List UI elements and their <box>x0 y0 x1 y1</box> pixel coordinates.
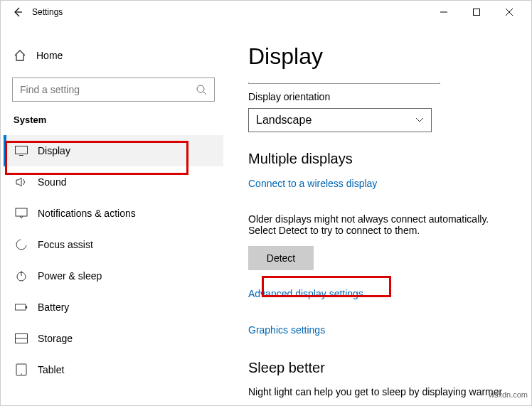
home-label: Home <box>36 50 63 61</box>
nav-label: Focus assist <box>38 239 93 250</box>
svg-rect-12 <box>26 306 27 309</box>
tablet-icon <box>15 363 28 376</box>
nav-label: Tablet <box>38 364 64 375</box>
home-nav[interactable]: Home <box>4 41 223 70</box>
detect-text: Older displays might not always connect … <box>248 213 504 236</box>
sidebar: Home System Display Sound <box>1 23 227 405</box>
orientation-label: Display orientation <box>248 91 518 102</box>
nav-label: Notifications & actions <box>38 208 136 219</box>
nav-tablet[interactable]: Tablet <box>4 354 223 385</box>
svg-point-16 <box>21 373 22 375</box>
window-title: Settings <box>32 7 63 17</box>
home-icon <box>14 49 26 62</box>
svg-rect-8 <box>16 208 27 216</box>
sound-icon <box>15 176 28 188</box>
svg-rect-11 <box>15 304 25 310</box>
sleep-text: Night light can help you get to sleep by… <box>248 386 504 397</box>
search-input[interactable] <box>12 78 215 102</box>
nav-label: Display <box>38 145 70 156</box>
search-field[interactable] <box>20 84 196 95</box>
orientation-dropdown[interactable]: Landscape <box>248 108 432 132</box>
wireless-display-link[interactable]: Connect to a wireless display <box>248 178 377 189</box>
power-icon <box>15 269 28 282</box>
nav-battery[interactable]: Battery <box>4 292 223 323</box>
nav-power-sleep[interactable]: Power & sleep <box>4 260 223 292</box>
advanced-display-link[interactable]: Advanced display settings <box>248 288 363 299</box>
nav-sound[interactable]: Sound <box>4 166 223 198</box>
nav-display[interactable]: Display <box>4 135 223 166</box>
battery-icon <box>15 301 28 314</box>
nav-notifications[interactable]: Notifications & actions <box>4 198 223 229</box>
notifications-icon <box>15 207 28 220</box>
nav-label: Storage <box>38 333 73 344</box>
nav-label: Sound <box>38 176 66 188</box>
sleep-better-heading: Sleep better <box>248 360 518 376</box>
field-underline <box>248 82 440 84</box>
detect-button[interactable]: Detect <box>248 246 314 270</box>
orientation-value: Landscape <box>256 114 312 127</box>
svg-point-4 <box>197 85 204 92</box>
nav-focus-assist[interactable]: Focus assist <box>4 229 223 260</box>
minimize-button[interactable] <box>427 1 460 23</box>
storage-icon <box>15 332 28 345</box>
nav-label: Power & sleep <box>38 270 102 282</box>
group-label: System <box>14 114 223 125</box>
graphics-settings-link[interactable]: Graphics settings <box>248 324 325 336</box>
titlebar: Settings <box>1 1 531 23</box>
chevron-down-icon <box>415 117 424 123</box>
page-heading: Display <box>248 43 518 70</box>
multiple-displays-heading: Multiple displays <box>248 151 518 167</box>
svg-rect-1 <box>474 9 480 16</box>
watermark: wsxdn.com <box>489 390 528 399</box>
display-icon <box>15 144 28 157</box>
close-button[interactable] <box>493 1 526 23</box>
content-pane: Display Display orientation Landscape Mu… <box>227 23 531 405</box>
svg-rect-6 <box>16 146 28 154</box>
maximize-button[interactable] <box>460 1 493 23</box>
svg-line-5 <box>203 92 206 95</box>
nav-storage[interactable]: Storage <box>4 323 223 354</box>
search-icon <box>196 84 207 95</box>
focus-assist-icon <box>15 238 28 251</box>
nav-label: Battery <box>38 301 69 313</box>
back-button[interactable] <box>6 6 29 18</box>
